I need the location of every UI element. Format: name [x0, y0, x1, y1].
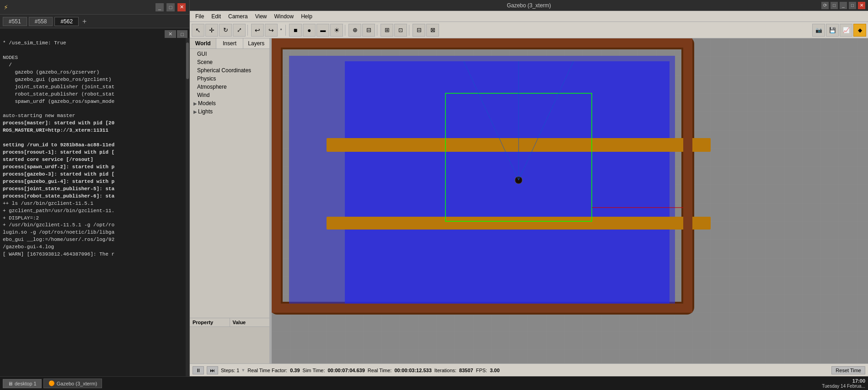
tool-extra2[interactable]: ⊠	[426, 24, 439, 37]
tool-align[interactable]: ⊟	[362, 24, 375, 37]
tree-item-scene[interactable]: Scene	[190, 58, 269, 66]
terminal-logo: ⚡	[4, 3, 8, 12]
tool-chart-btn[interactable]: 📈	[840, 24, 852, 37]
tool-measure1[interactable]: ⊞	[380, 24, 393, 37]
terminal-scrollbar[interactable]	[186, 38, 189, 376]
tool-select[interactable]: ↖	[192, 24, 204, 37]
sim-time-value: 00:00:07:04.639	[328, 368, 365, 373]
menu-window[interactable]: Window	[271, 12, 298, 21]
tab-world[interactable]: World	[190, 38, 216, 48]
tree-item-wind[interactable]: Wind	[190, 91, 269, 99]
terminal-text: * /use_sim_time: True NODES / gazebo (ga…	[0, 38, 186, 376]
tool-camera-btn[interactable]: 📷	[812, 24, 825, 37]
desktop-label: desktop 1	[15, 381, 37, 386]
terminal-win-controls: _ □ ✕	[155, 3, 186, 11]
gz-sidebar-tabs: World Insert Layers	[190, 38, 269, 49]
tool-light[interactable]: ☀	[330, 24, 343, 37]
tool-box[interactable]: ■	[289, 24, 302, 37]
iterations-label: Iterations:	[434, 368, 456, 373]
tree-item-models-label: Models	[198, 100, 216, 107]
gazebo-menubar: File Edit Camera View Window Help	[190, 11, 868, 22]
fps-label: FPS:	[476, 368, 487, 373]
menu-edit[interactable]: Edit	[208, 12, 225, 21]
tree-item-spherical[interactable]: Spherical Coordinates	[190, 66, 269, 75]
tree-item-models[interactable]: ▶ Models	[190, 99, 269, 107]
step-label: Steps: 1	[221, 368, 239, 373]
tool-cylinder[interactable]: ▬	[316, 24, 329, 37]
tool-save-btn[interactable]: 💾	[826, 24, 839, 37]
tab-558[interactable]: #558	[29, 17, 53, 26]
taskbar-clock: 17:00 Tuesday 14 Februa...	[822, 378, 865, 389]
tool-dots: •	[279, 27, 284, 33]
reset-time-btn[interactable]: Reset Time	[831, 366, 865, 374]
gazebo-maximize-btn[interactable]: □	[849, 2, 856, 9]
tab-layers[interactable]: Layers	[243, 38, 269, 48]
gazebo-tile-btn[interactable]: □	[830, 2, 838, 9]
tool-measure2[interactable]: ⊡	[394, 24, 407, 37]
models-arrow-icon: ▶	[193, 101, 197, 106]
gz-props-header: Property Value	[190, 318, 269, 327]
sim-time-label: Sim Time:	[303, 368, 325, 373]
menu-camera[interactable]: Camera	[225, 12, 252, 21]
terminal-tabs: #551 #558 #562 +	[0, 15, 189, 28]
toolbar-sep3	[345, 25, 347, 36]
add-tab-btn[interactable]: +	[80, 17, 88, 26]
tool-redo[interactable]: ↪	[265, 24, 278, 37]
gz-statusbar: ⏸ ⏭ Steps: 1 ▾ Real Time Factor: 0.39 Si…	[190, 363, 868, 376]
svg-rect-6	[327, 217, 711, 230]
tree-item-physics[interactable]: Physics	[190, 75, 269, 83]
terminal-panel: ⚡ _ □ ✕ #551 #558 #562 + ✕ □	[0, 0, 190, 376]
menu-view[interactable]: View	[252, 12, 271, 21]
real-time-value: 00:00:03:12.533	[394, 368, 431, 373]
tool-translate[interactable]: ✛	[205, 24, 218, 37]
fps-value: 3.00	[490, 368, 499, 373]
taskbar-item-desktop[interactable]: 🖥 desktop 1	[3, 379, 42, 388]
terminal-titlebar: ⚡ _ □ ✕	[0, 0, 189, 15]
tree-item-lights-label: Lights	[198, 108, 213, 115]
tool-sphere[interactable]: ●	[303, 24, 316, 37]
tool-undo[interactable]: ↩	[251, 24, 264, 37]
clock-date: Tuesday 14 Februa...	[822, 384, 865, 389]
taskbar-item-gazebo[interactable]: 🟠 Gazebo (3_xterm)	[43, 379, 102, 388]
terminal-maximize-btn[interactable]: □	[166, 3, 175, 11]
tool-scale[interactable]: ⤢	[233, 24, 246, 37]
gazebo-close-btn[interactable]: ✕	[858, 2, 865, 9]
gz-sidebar: World Insert Layers GUI Scene Spherical …	[190, 38, 270, 363]
terminal-minimize-btn[interactable]: _	[155, 3, 164, 11]
gazebo-win-controls: ⟳ □ _ □ ✕	[821, 2, 865, 9]
tab-562[interactable]: #562	[54, 17, 79, 26]
toolbar-sep4	[377, 25, 379, 36]
bottom-taskbar: 🖥 desktop 1 🟠 Gazebo (3_xterm) 17:00 Tue…	[0, 376, 868, 390]
gazebo-body: World Insert Layers GUI Scene Spherical …	[190, 38, 868, 363]
gazebo-minimize-btn[interactable]: _	[840, 2, 847, 9]
props-col-property: Property	[190, 318, 230, 326]
toolbar-sep1	[247, 25, 249, 36]
pause-btn[interactable]: ⏸	[193, 366, 204, 374]
tab-insert[interactable]: Insert	[216, 38, 243, 48]
tab-551[interactable]: #551	[3, 17, 27, 26]
tool-orange-btn[interactable]: ◆	[853, 24, 866, 37]
terminal-content-close[interactable]: ✕	[165, 30, 176, 38]
toolbar-sep5	[409, 25, 411, 36]
terminal-content-copy[interactable]: □	[177, 30, 188, 38]
tool-extra1[interactable]: ⊟	[413, 24, 425, 37]
gazebo-refresh-btn[interactable]: ⟳	[821, 2, 829, 9]
gazebo-panel: Gazebo (3_xterm) ⟳ □ _ □ ✕ File Edit Cam…	[190, 0, 868, 376]
real-time-label: Real Time:	[368, 368, 392, 373]
tree-item-lights[interactable]: ▶ Lights	[190, 107, 269, 116]
menu-help[interactable]: Help	[297, 12, 316, 21]
step-forward-btn[interactable]: ⏭	[207, 366, 218, 374]
menu-file[interactable]: File	[192, 12, 208, 21]
terminal-scrollbar-thumb[interactable]	[186, 43, 189, 79]
step-dot: ▾	[242, 367, 245, 373]
gazebo-taskbar-icon: 🟠	[48, 380, 55, 386]
tree-item-gui[interactable]: GUI	[190, 50, 269, 58]
terminal-close-btn[interactable]: ✕	[177, 3, 186, 11]
tool-rotate[interactable]: ↻	[219, 24, 232, 37]
terminal-inner: * /use_sim_time: True NODES / gazebo (ga…	[0, 38, 189, 376]
gazebo-toolbar: ↖ ✛ ↻ ⤢ ↩ ↪ • ■ ● ▬ ☀ ⊕ ⊟ ⊞ ⊡ ⊟	[190, 22, 868, 38]
tree-item-atmosphere[interactable]: Atmosphere	[190, 83, 269, 91]
viewport-svg	[272, 38, 868, 363]
gazebo-titlebar: Gazebo (3_xterm) ⟳ □ _ □ ✕	[190, 0, 868, 11]
tool-snap[interactable]: ⊕	[348, 24, 361, 37]
